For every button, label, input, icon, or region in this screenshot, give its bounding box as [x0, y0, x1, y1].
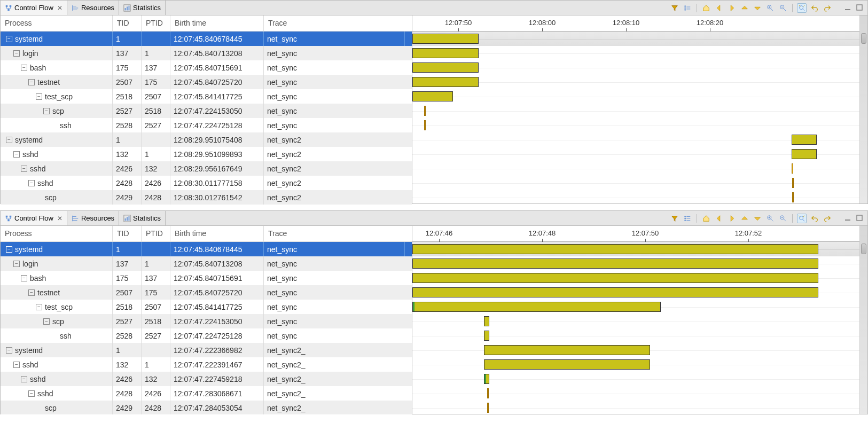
table-row[interactable]: scp 2429 2428 12:08:30.012761542 net_syn…	[1, 190, 412, 205]
gantt-bar[interactable]	[484, 359, 650, 370]
col-process[interactable]: Process	[1, 15, 113, 31]
table-row[interactable]: −login 137 1 12:07:45.840713208 net_sync	[1, 256, 412, 271]
gantt-sliver[interactable]	[424, 120, 426, 130]
maximize-button[interactable]	[856, 214, 864, 223]
gantt-row[interactable]	[412, 314, 859, 328]
gantt-bar[interactable]	[484, 345, 650, 355]
gantt-row[interactable]	[412, 271, 859, 285]
minimize-button[interactable]	[844, 4, 853, 12]
table-row[interactable]: −login 137 1 12:07:45.840713208 net_sync	[1, 46, 412, 60]
gantt-sliver[interactable]	[487, 403, 489, 413]
list-button[interactable]	[683, 3, 692, 13]
table-row[interactable]: −systemd 1 12:07:47.222366982 net_sync2_	[1, 343, 412, 357]
table-row[interactable]: −sshd 132 1 12:08:29.951099893 net_sync2	[1, 147, 412, 161]
filter-button[interactable]	[670, 214, 679, 223]
tree-collapse-icon[interactable]: −	[13, 151, 20, 158]
fwd-button[interactable]	[727, 3, 737, 13]
table-row[interactable]: −test_scp 2518 2507 12:07:45.841417725 n…	[1, 300, 412, 314]
gantt-row[interactable]	[412, 343, 859, 357]
tree-collapse-icon[interactable]: −	[36, 93, 42, 100]
redo-button[interactable]	[823, 3, 832, 13]
gantt-bar[interactable]	[484, 331, 489, 341]
maximize-button[interactable]	[856, 4, 864, 12]
gantt-row[interactable]	[412, 104, 859, 118]
col-ptid[interactable]: PTID	[142, 226, 170, 241]
table-row[interactable]: −scp 2527 2518 12:07:47.224153050 net_sy…	[1, 104, 412, 118]
col-ptid[interactable]: PTID	[142, 15, 170, 31]
tree-collapse-icon[interactable]: −	[6, 246, 12, 253]
table-row[interactable]: −bash 175 137 12:07:45.840715691 net_syn…	[1, 271, 412, 285]
gantt-sliver[interactable]	[487, 388, 489, 398]
table-row[interactable]: −scp 2527 2518 12:07:47.224153050 net_sy…	[1, 314, 412, 328]
filter-button[interactable]	[670, 3, 679, 13]
table-row[interactable]: −testnet 2507 175 12:07:45.840725720 net…	[1, 75, 412, 89]
close-icon[interactable]: ✕	[57, 215, 62, 222]
table-row[interactable]: −systemd 1 12:07:45.840678445 net_sync	[1, 32, 412, 46]
gantt-bar[interactable]	[792, 149, 817, 159]
gantt-row[interactable]	[412, 176, 859, 190]
redo-button[interactable]	[823, 214, 832, 223]
gantt-row[interactable]	[412, 401, 859, 414]
gantt-row[interactable]	[412, 75, 859, 89]
col-birth[interactable]: Birth time	[170, 226, 264, 241]
gantt-row[interactable]	[412, 285, 859, 300]
zoomout-button[interactable]	[778, 3, 788, 13]
gantt-chart[interactable]: 12:07:46 12:07:48 12:07:50 12:07:52	[412, 226, 860, 414]
tree-collapse-icon[interactable]: −	[13, 362, 20, 368]
gantt-row[interactable]	[412, 118, 859, 132]
home-button[interactable]	[701, 214, 711, 223]
minimize-button[interactable]	[844, 214, 853, 223]
tree-collapse-icon[interactable]: −	[28, 180, 35, 186]
gantt-bar[interactable]	[412, 34, 479, 44]
gantt-bar[interactable]	[412, 91, 453, 101]
table-row[interactable]: −sshd 2428 2426 12:08:30.011777158 net_s…	[1, 176, 412, 190]
gantt-bar[interactable]	[792, 135, 817, 145]
time-ruler[interactable]: 12:07:46 12:07:48 12:07:50 12:07:52	[412, 226, 859, 242]
gantt-bar[interactable]	[412, 273, 818, 283]
tab-control-flow[interactable]: Control Flow✕	[1, 1, 67, 15]
gantt-row[interactable]	[412, 357, 859, 372]
zoomfit-button[interactable]	[797, 214, 807, 223]
table-row[interactable]: ssh 2528 2527 12:07:47.224725128 net_syn…	[1, 328, 412, 343]
vertical-scrollbar[interactable]	[860, 226, 867, 414]
gantt-row[interactable]	[412, 60, 859, 75]
back-button[interactable]	[714, 3, 724, 13]
gantt-row[interactable]	[412, 132, 859, 147]
gantt-row[interactable]	[412, 190, 859, 203]
tab-resources[interactable]: Resources	[67, 211, 119, 225]
table-row[interactable]: scp 2429 2428 12:07:47.284053054 net_syn…	[1, 401, 412, 414]
up-button[interactable]	[740, 214, 749, 223]
table-row[interactable]: ssh 2528 2527 12:07:47.224725128 net_syn…	[1, 118, 412, 132]
fwd-button[interactable]	[727, 214, 737, 223]
tree-collapse-icon[interactable]: −	[36, 304, 42, 310]
gantt-bar[interactable]	[484, 374, 489, 384]
gantt-row[interactable]	[412, 147, 859, 161]
tree-collapse-icon[interactable]: −	[43, 108, 50, 114]
col-birth[interactable]: Birth time	[170, 15, 264, 31]
close-icon[interactable]: ✕	[57, 4, 62, 12]
col-trace[interactable]: Trace	[264, 226, 405, 241]
zoomout-button[interactable]	[778, 214, 788, 223]
gantt-row[interactable]	[412, 89, 859, 104]
tab-resources[interactable]: Resources	[67, 1, 119, 15]
gantt-sliver[interactable]	[792, 163, 793, 174]
table-row[interactable]: −test_scp 2518 2507 12:07:45.841417725 n…	[1, 89, 412, 104]
gantt-sliver[interactable]	[792, 192, 794, 202]
tab-statistics[interactable]: Statistics	[119, 211, 166, 225]
gantt-row[interactable]	[412, 161, 859, 176]
tree-collapse-icon[interactable]: −	[6, 137, 12, 143]
scrollbar-thumb[interactable]	[861, 33, 866, 44]
tree-collapse-icon[interactable]: −	[21, 166, 27, 172]
col-tid[interactable]: TID	[113, 226, 142, 241]
gantt-bar[interactable]	[412, 77, 479, 87]
gantt-sliver[interactable]	[792, 178, 794, 188]
zoomin-button[interactable]	[765, 3, 775, 13]
gantt-bar[interactable]	[484, 316, 489, 326]
tab-control-flow[interactable]: Control Flow✕	[1, 211, 67, 225]
down-button[interactable]	[753, 214, 762, 223]
gantt-chart[interactable]: 12:07:50 12:08:00 12:08:10 12:08:20	[412, 15, 860, 203]
table-row[interactable]: −systemd 1 12:08:29.951075408 net_sync2	[1, 132, 412, 147]
gantt-bar[interactable]	[412, 244, 818, 254]
scrollbar-thumb[interactable]	[861, 244, 866, 254]
tab-statistics[interactable]: Statistics	[119, 1, 166, 15]
